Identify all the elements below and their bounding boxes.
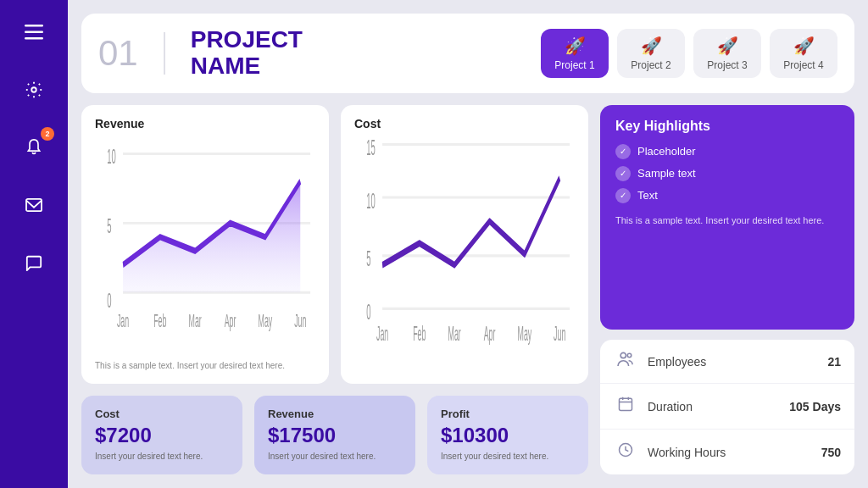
svg-text:Feb: Feb xyxy=(153,310,166,331)
people-icon xyxy=(614,352,637,371)
svg-rect-0 xyxy=(25,25,43,27)
rocket-icon-3: 🚀 xyxy=(717,36,738,56)
working-hours-label: Working Hours xyxy=(648,446,811,459)
cost-stat-desc: Insert your desired text here. xyxy=(95,451,229,463)
right-panel: Key Highlights ✓ Placeholder ✓ Sample te… xyxy=(600,105,854,474)
rocket-icon-2: 🚀 xyxy=(641,36,662,56)
svg-text:Apr: Apr xyxy=(484,322,496,344)
employees-label: Employees xyxy=(648,355,817,369)
cost-stat-value: $7200 xyxy=(95,424,229,447)
revenue-stat-value: $17500 xyxy=(268,424,402,447)
highlight-item-1: ✓ Placeholder xyxy=(615,144,839,159)
working-hours-metric: Working Hours 750 xyxy=(600,430,854,474)
svg-point-32 xyxy=(620,352,626,358)
duration-value: 105 Days xyxy=(789,400,841,413)
revenue-stat-label: Revenue xyxy=(268,408,402,420)
svg-text:0: 0 xyxy=(107,289,111,311)
svg-text:0: 0 xyxy=(366,300,370,324)
working-hours-value: 750 xyxy=(821,446,841,459)
svg-rect-4 xyxy=(26,199,42,211)
rocket-icon-4: 🚀 xyxy=(793,36,815,56)
notification-badge: 2 xyxy=(41,127,54,141)
svg-text:5: 5 xyxy=(107,215,111,237)
check-icon-1: ✓ xyxy=(615,144,631,159)
svg-text:Feb: Feb xyxy=(413,322,426,344)
project-number: 01 xyxy=(98,33,138,74)
bell-icon[interactable]: 2 xyxy=(17,130,51,164)
check-icon-3: ✓ xyxy=(615,188,631,203)
sidebar: 2 xyxy=(0,0,68,488)
revenue-stat-desc: Insert your desired text here. xyxy=(268,451,402,463)
metrics-panel: Employees 21 Duration 105 Days xyxy=(600,340,854,474)
highlights-card: Key Highlights ✓ Placeholder ✓ Sample te… xyxy=(600,105,854,330)
employees-value: 21 xyxy=(827,355,841,369)
highlights-title: Key Highlights xyxy=(615,119,839,134)
svg-text:Jan: Jan xyxy=(376,322,388,344)
stats-row: Cost $7200 Insert your desired text here… xyxy=(81,396,588,474)
chat-icon[interactable] xyxy=(17,246,51,280)
highlight-item-2: ✓ Sample text xyxy=(615,166,839,181)
header-card: 01 PROJECT NAME 🚀 Project 1 🚀 Project 2 … xyxy=(81,14,854,93)
duration-metric: Duration 105 Days xyxy=(600,384,854,430)
profit-stat-label: Profit xyxy=(441,408,575,420)
tab-project1[interactable]: 🚀 Project 1 xyxy=(541,29,609,78)
project-title: PROJECT NAME xyxy=(191,27,524,80)
profit-stat-value: $10300 xyxy=(441,424,575,447)
gear-icon[interactable] xyxy=(17,73,51,107)
tab-project2[interactable]: 🚀 Project 2 xyxy=(617,29,685,78)
revenue-chart-area: 10 5 0 xyxy=(95,134,315,357)
revenue-chart-desc: This is a sample text. Insert your desir… xyxy=(95,360,315,372)
svg-text:Jan: Jan xyxy=(117,310,129,331)
svg-point-33 xyxy=(627,353,632,358)
svg-text:10: 10 xyxy=(366,189,376,213)
calendar-icon xyxy=(614,396,637,417)
main-content: 01 PROJECT NAME 🚀 Project 1 🚀 Project 2 … xyxy=(68,0,868,488)
tab-project3[interactable]: 🚀 Project 3 xyxy=(693,29,761,78)
svg-text:May: May xyxy=(518,322,532,344)
revenue-stat-card: Revenue $17500 Insert your desired text … xyxy=(254,396,415,474)
cost-stat-label: Cost xyxy=(95,408,229,420)
cost-stat-card: Cost $7200 Insert your desired text here… xyxy=(81,396,242,474)
cost-chart-area: 15 10 5 0 xyxy=(354,134,575,372)
svg-text:Jun: Jun xyxy=(294,310,306,331)
highlight-item-3: ✓ Text xyxy=(615,188,839,203)
svg-rect-1 xyxy=(25,31,43,34)
highlights-description: This is a sample text. Insert your desir… xyxy=(615,214,839,228)
svg-text:Apr: Apr xyxy=(225,310,236,331)
svg-text:May: May xyxy=(259,310,273,331)
svg-text:10: 10 xyxy=(107,146,116,168)
svg-text:Mar: Mar xyxy=(189,310,202,331)
svg-text:Jun: Jun xyxy=(554,322,565,344)
svg-point-3 xyxy=(31,87,36,92)
svg-text:Mar: Mar xyxy=(448,322,461,344)
header-divider xyxy=(164,32,165,75)
project-tabs: 🚀 Project 1 🚀 Project 2 🚀 Project 3 🚀 Pr… xyxy=(541,29,837,78)
employees-metric: Employees 21 xyxy=(600,340,854,384)
clock-icon xyxy=(614,441,637,463)
revenue-chart-card: Revenue 10 5 0 xyxy=(81,105,329,384)
svg-text:15: 15 xyxy=(366,136,376,159)
rocket-icon-1: 🚀 xyxy=(565,36,586,56)
tab-project4[interactable]: 🚀 Project 4 xyxy=(770,29,837,78)
menu-icon[interactable] xyxy=(17,15,51,49)
profit-stat-card: Profit $10300 Insert your desired text h… xyxy=(427,396,588,474)
revenue-chart-title: Revenue xyxy=(95,117,315,130)
cost-chart-title: Cost xyxy=(354,117,575,130)
svg-rect-2 xyxy=(25,37,43,40)
mail-icon[interactable] xyxy=(17,188,51,222)
profit-stat-desc: Insert your desired text here. xyxy=(441,451,575,463)
cost-chart-card: Cost 15 10 5 0 xyxy=(341,105,588,384)
svg-text:5: 5 xyxy=(366,247,370,270)
svg-rect-34 xyxy=(620,398,632,410)
check-icon-2: ✓ xyxy=(615,166,631,181)
duration-label: Duration xyxy=(648,400,779,413)
